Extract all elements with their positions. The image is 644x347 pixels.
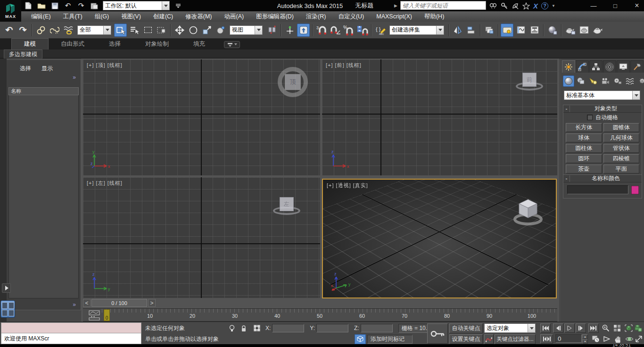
subtab-cameras[interactable] [600, 75, 611, 87]
select-and-place-icon[interactable] [283, 24, 296, 37]
named-selection-set-dropdown[interactable]: 创建选择集 [389, 25, 444, 35]
object-name-field[interactable] [567, 185, 628, 194]
viewport-left[interactable]: [+] [左] [线框] 左 z y [83, 177, 320, 298]
layer-manager-icon[interactable] [483, 24, 495, 37]
go-to-end-button[interactable] [588, 323, 599, 333]
spinner-down-icon[interactable]: ▼ [582, 339, 588, 344]
go-to-start-button[interactable] [540, 323, 551, 333]
track-bar-thumb[interactable]: 0 [104, 309, 110, 321]
primitive-tube-button[interactable]: 管状体 [603, 144, 640, 153]
add-time-tag[interactable]: 添加时间标记 [367, 335, 413, 344]
window-crossing-toggle-icon[interactable] [155, 24, 168, 37]
material-editor-icon[interactable] [546, 24, 559, 37]
frame-spinner[interactable]: ▲ ▼ [582, 334, 588, 344]
bind-to-space-warp-icon[interactable] [62, 24, 74, 37]
communication-center-icon[interactable] [512, 2, 519, 9]
rectangular-selection-region-icon[interactable] [141, 24, 154, 37]
select-object-button[interactable] [114, 24, 127, 37]
viewcube-left-face[interactable]: 左 [280, 197, 294, 211]
tab-modify[interactable] [576, 60, 589, 73]
set-keys-button[interactable] [427, 323, 448, 344]
viewport-front-label[interactable]: [+] [前] [线框] [326, 62, 362, 69]
autogrid-checkbox[interactable] [587, 115, 593, 120]
key-filters-button[interactable]: 关键点过滤器... [495, 334, 536, 344]
track-bar-ruler[interactable]: 10 20 30 40 50 60 70 80 90 100 [102, 309, 555, 321]
search-input[interactable] [400, 1, 486, 10]
key-selection-mode-dropdown[interactable]: 选定对象 [484, 323, 536, 333]
subtab-geometry[interactable] [563, 75, 574, 87]
primitive-box-button[interactable]: 长方体 [566, 123, 602, 132]
workspace-dropdown[interactable]: 工作区: 默认 [103, 1, 170, 10]
unlink-selection-icon[interactable] [48, 24, 61, 37]
tab-motion[interactable] [603, 60, 616, 73]
search-expand-icon[interactable]: ▶ [394, 3, 397, 8]
previous-frame-button[interactable] [553, 323, 563, 333]
mirror-icon[interactable] [451, 24, 464, 37]
maxscript-macro-field[interactable] [1, 323, 141, 333]
undo-button[interactable]: ↶ [3, 24, 16, 37]
maximize-viewport-toggle[interactable] [635, 334, 643, 344]
application-menu-button[interactable]: MAX [0, 0, 21, 22]
search-icon[interactable] [489, 2, 497, 9]
menu-edit[interactable]: 编辑(E) [25, 13, 57, 21]
auto-key-button[interactable]: 自动关键点 [449, 323, 483, 333]
ribbon-tab-selection[interactable]: 选择 [97, 39, 133, 50]
ribbon-tab-freeform[interactable]: 自由形式 [49, 39, 97, 50]
primitive-geosphere-button[interactable]: 几何球体 [603, 133, 640, 142]
communicator-cube-icon[interactable] [355, 334, 366, 344]
menu-tools[interactable]: 工具(T) [57, 13, 89, 21]
use-pivot-point-center-icon[interactable] [265, 24, 278, 37]
undo-icon[interactable]: ↶ [63, 1, 73, 10]
tab-create[interactable] [562, 60, 575, 73]
viewport-top[interactable]: [+] [顶] [线框] 顶 y x z [83, 59, 320, 175]
menu-create[interactable]: 创建(C) [147, 13, 179, 21]
menu-group[interactable]: 组(G) [89, 13, 116, 21]
explorer-menu-select[interactable]: 选择 [20, 65, 31, 73]
subtab-shapes[interactable] [575, 75, 586, 87]
explorer-overflow-chevron[interactable]: » [73, 74, 76, 81]
menu-graph-editors[interactable]: 图形编辑器(D) [250, 13, 300, 21]
render-production-icon[interactable] [591, 24, 604, 37]
tab-utilities[interactable] [630, 60, 644, 73]
reference-coordinate-dropdown[interactable]: 视图 [230, 25, 263, 35]
play-animation-button[interactable] [564, 323, 575, 333]
time-configuration-icon[interactable] [590, 334, 601, 344]
primitive-pyramid-button[interactable]: 四棱锥 [603, 154, 640, 163]
primitive-teapot-button[interactable]: 茶壶 [566, 165, 602, 174]
selection-lock-icon[interactable] [238, 325, 250, 332]
menu-help[interactable]: 帮助(H) [418, 13, 450, 21]
edit-named-selection-sets-icon[interactable]: { }ABC [374, 24, 387, 37]
zoom-extents-icon[interactable] [623, 323, 634, 333]
render-setup-icon[interactable] [564, 24, 577, 37]
percent-snap-toggle-icon[interactable]: % [342, 24, 355, 37]
expand-panel-button[interactable] [2, 283, 11, 293]
time-slider[interactable]: 0 / 100 [91, 299, 147, 307]
ribbon-tab-populate[interactable]: 填充 [181, 39, 217, 50]
menu-rendering[interactable]: 渲染(R) [300, 13, 332, 21]
x-coord-field[interactable] [272, 324, 304, 332]
restore-button[interactable]: □ [611, 2, 619, 9]
viewport-layout-tabs-button[interactable] [0, 300, 15, 318]
viewcube-front-face[interactable]: 前 [522, 73, 537, 87]
set-key-button[interactable]: 设置关键点 [449, 334, 483, 344]
default-tangent-icon[interactable] [484, 334, 494, 344]
tab-display[interactable] [617, 60, 630, 73]
primitive-sphere-button[interactable]: 球体 [566, 133, 602, 142]
spinner-snap-toggle-icon[interactable] [356, 24, 369, 37]
select-and-rotate-icon[interactable] [187, 24, 199, 37]
graphite-ribbon-toggle[interactable] [501, 24, 513, 37]
subtab-lights[interactable] [587, 75, 599, 87]
menu-views[interactable]: 视图(V) [115, 13, 147, 21]
favorites-star-icon[interactable] [522, 2, 530, 9]
explorer-object-list[interactable] [8, 95, 79, 298]
curve-editor-icon[interactable] [514, 24, 527, 37]
save-icon[interactable] [50, 1, 59, 10]
key-mode-toggle-button[interactable] [540, 334, 553, 344]
rendered-frame-window-icon[interactable] [578, 24, 590, 37]
schematic-view-icon[interactable] [528, 24, 541, 37]
pan-hand-icon[interactable] [613, 334, 623, 344]
zoom-all-icon[interactable] [612, 323, 622, 333]
primitive-cone-button[interactable]: 圆锥体 [603, 123, 640, 132]
next-frame-arrow-button[interactable]: > [148, 299, 156, 307]
subtab-space-warps[interactable] [624, 75, 636, 87]
